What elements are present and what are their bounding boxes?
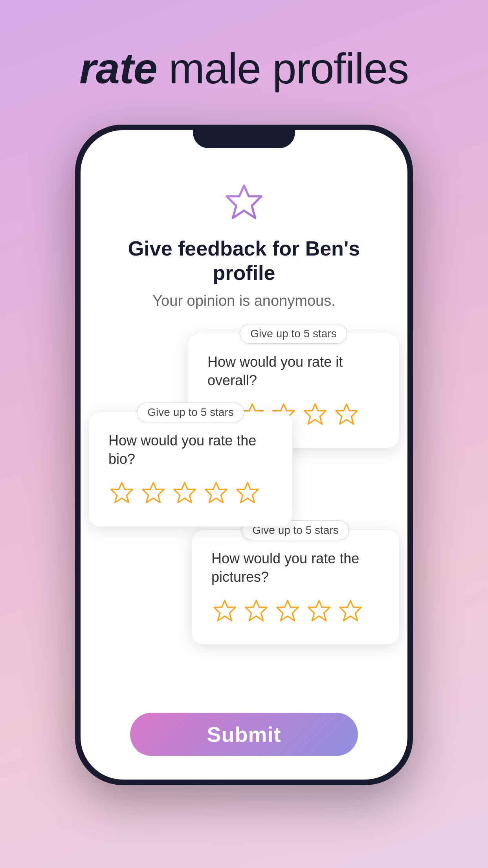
svg-marker-12 bbox=[246, 601, 267, 621]
svg-marker-14 bbox=[308, 601, 330, 621]
svg-marker-11 bbox=[214, 601, 235, 621]
svg-marker-13 bbox=[277, 601, 298, 621]
rating-cards-area: Give up to 5 stars How would you rate it… bbox=[100, 333, 388, 687]
bio-badge: Give up to 5 stars bbox=[137, 403, 244, 422]
pictures-star-2[interactable] bbox=[243, 598, 270, 625]
svg-marker-10 bbox=[237, 483, 258, 503]
svg-marker-8 bbox=[174, 483, 195, 503]
submit-button[interactable]: Submit bbox=[130, 713, 358, 756]
svg-marker-5 bbox=[336, 404, 357, 424]
phone-notch bbox=[193, 125, 295, 148]
phone-mockup: Give feedback for Ben's profile Your opi… bbox=[75, 125, 413, 793]
phone-content: Give feedback for Ben's profile Your opi… bbox=[81, 158, 407, 780]
pictures-question: How would you rate the pictures? bbox=[211, 550, 380, 587]
svg-marker-0 bbox=[227, 186, 261, 218]
card-bio: Give up to 5 stars How would you rate th… bbox=[88, 412, 293, 527]
page-title: rate male profiles bbox=[79, 43, 409, 93]
phone-inner: Give feedback for Ben's profile Your opi… bbox=[81, 130, 407, 780]
svg-marker-15 bbox=[340, 601, 361, 621]
pictures-star-4[interactable] bbox=[306, 598, 332, 625]
bio-stars[interactable] bbox=[108, 480, 273, 507]
bio-question: How would you rate the bio? bbox=[108, 432, 273, 469]
page-title-rest: male profiles bbox=[157, 44, 409, 92]
card-pictures: Give up to 5 stars How would you rate th… bbox=[191, 530, 400, 645]
feedback-subtitle: Your opinion is anonymous. bbox=[152, 292, 335, 309]
svg-marker-9 bbox=[205, 483, 227, 503]
svg-marker-6 bbox=[111, 483, 132, 503]
bio-star-3[interactable] bbox=[171, 480, 198, 507]
star-icon bbox=[222, 181, 266, 224]
bio-star-4[interactable] bbox=[203, 480, 229, 507]
pictures-star-5[interactable] bbox=[337, 598, 364, 625]
phone-outer-frame: Give feedback for Ben's profile Your opi… bbox=[75, 125, 413, 785]
overall-badge: Give up to 5 stars bbox=[240, 324, 347, 344]
pictures-star-1[interactable] bbox=[211, 598, 238, 625]
pictures-star-3[interactable] bbox=[274, 598, 301, 625]
bio-star-1[interactable] bbox=[108, 480, 135, 507]
pictures-stars[interactable] bbox=[211, 598, 380, 625]
overall-star-4[interactable] bbox=[302, 401, 328, 428]
bio-star-5[interactable] bbox=[234, 480, 261, 507]
overall-question: How would you rate it overall? bbox=[207, 353, 380, 390]
overall-star-5[interactable] bbox=[333, 401, 360, 428]
feedback-title: Give feedback for Ben's profile bbox=[100, 236, 388, 285]
page-title-italic: rate bbox=[79, 44, 157, 92]
bio-star-2[interactable] bbox=[140, 480, 167, 507]
svg-marker-4 bbox=[305, 404, 326, 424]
svg-marker-7 bbox=[143, 483, 164, 503]
